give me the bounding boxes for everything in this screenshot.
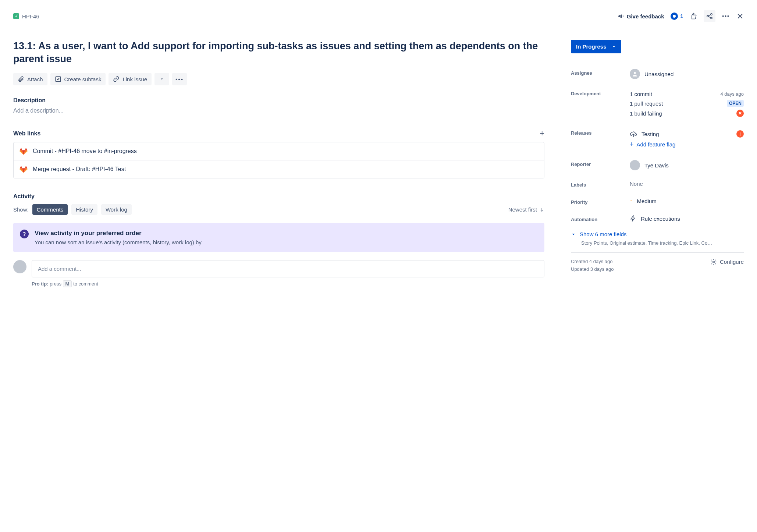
show-more-fields-list: Story Points, Original estimate, Time tr… <box>581 240 743 246</box>
banner-subtitle: You can now sort an issue's activity (co… <box>35 239 202 245</box>
gitlab-icon <box>19 166 28 173</box>
warning-icon: ! <box>736 130 744 138</box>
link-icon <box>113 76 120 82</box>
release-testing-link[interactable]: Testing ! <box>630 129 744 139</box>
timestamps: Created 4 days ago Updated 3 days ago <box>571 259 614 274</box>
error-icon: ✕ <box>736 110 744 117</box>
add-feature-flag-button[interactable]: + Add feature flag <box>630 141 675 148</box>
weblinks-list: Commit - #HPI-46 move to #in-progress Me… <box>13 142 544 178</box>
share-button[interactable] <box>704 10 715 22</box>
like-button[interactable] <box>690 13 697 20</box>
field-priority[interactable]: Priority ↑ Medium <box>571 193 744 210</box>
dots-icon: ••• <box>175 76 184 82</box>
svg-point-5 <box>713 261 715 263</box>
weblink-item[interactable]: Merge request - Draft: #HPI-46 Test <box>14 160 544 178</box>
weblink-item[interactable]: Commit - #HPI-46 move to #in-progress <box>14 142 544 160</box>
sort-button[interactable]: Newest first <box>508 206 544 213</box>
configure-button[interactable]: Configure <box>710 259 744 265</box>
weblinks-label: Web links <box>13 130 40 137</box>
status-button[interactable]: In Progress <box>571 40 621 53</box>
thumbs-up-icon <box>690 13 697 20</box>
description-field[interactable]: Add a description... <box>13 107 544 114</box>
issue-title[interactable]: 13.1: As a user, I want to Add support f… <box>13 40 544 65</box>
field-reporter[interactable]: Reporter Tye Davis <box>571 155 744 175</box>
field-assignee[interactable]: Assignee Unassigned <box>571 64 744 84</box>
link-issue-dropdown[interactable] <box>154 73 169 85</box>
open-badge: OPEN <box>727 100 744 107</box>
lightning-icon <box>630 215 636 222</box>
megaphone-icon <box>617 13 625 20</box>
dev-pr-link[interactable]: 1 pull request OPEN <box>630 99 744 108</box>
attach-icon <box>18 76 24 82</box>
comment-protip: Pro tip: press M to comment <box>32 281 544 287</box>
chevron-down-icon <box>612 45 616 49</box>
field-labels[interactable]: Labels None <box>571 175 744 193</box>
gitlab-icon <box>19 148 28 155</box>
description-label: Description <box>13 97 544 104</box>
create-subtask-button[interactable]: Create subtask <box>50 73 106 85</box>
eye-icon <box>671 13 678 20</box>
attach-button[interactable]: Attach <box>13 73 47 85</box>
add-weblink-button[interactable]: + <box>540 129 544 138</box>
tab-comments[interactable]: Comments <box>32 204 68 215</box>
created-timestamp: Created 4 days ago <box>571 259 614 264</box>
priority-medium-icon: ↑ <box>630 198 633 204</box>
field-releases: Releases Testing ! + Add feature flag <box>571 124 744 155</box>
show-label: Show: <box>13 206 29 213</box>
top-actions: Give feedback 1 ••• <box>617 10 744 22</box>
more-actions-button[interactable]: ••• <box>722 13 730 19</box>
dots-icon: ••• <box>722 13 730 19</box>
issue-key: HPI-46 <box>22 13 39 19</box>
watch-button[interactable]: 1 <box>671 13 683 20</box>
action-row: Attach Create subtask Link issue ••• <box>13 73 544 85</box>
gear-icon <box>710 259 717 265</box>
more-button[interactable]: ••• <box>172 73 187 85</box>
svg-point-4 <box>634 72 636 74</box>
tab-worklog[interactable]: Work log <box>101 204 132 215</box>
close-icon <box>736 13 744 20</box>
activity-order-banner: ? View activity in your preferred order … <box>13 223 544 252</box>
chevron-down-icon <box>160 77 164 81</box>
dev-build-link[interactable]: 1 build failing ✕ <box>630 108 744 118</box>
give-feedback-button[interactable]: Give feedback <box>617 13 664 20</box>
updated-timestamp: Updated 3 days ago <box>571 266 614 272</box>
link-issue-button[interactable]: Link issue <box>109 73 152 85</box>
current-user-avatar <box>13 260 26 273</box>
arrow-down-icon <box>539 207 544 212</box>
banner-title: View activity in your preferred order <box>35 230 202 237</box>
chevron-down-icon <box>571 232 576 237</box>
share-icon <box>706 13 713 20</box>
activity-label: Activity <box>13 193 544 200</box>
cloud-deploy-icon <box>630 130 637 138</box>
close-button[interactable] <box>736 13 744 20</box>
field-automation[interactable]: Automation Rule executions <box>571 210 744 227</box>
subtask-icon <box>55 76 61 82</box>
tab-history[interactable]: History <box>71 204 97 215</box>
show-more-fields-button[interactable]: Show 6 more fields <box>571 231 627 237</box>
comment-input[interactable]: Add a comment... <box>32 260 544 277</box>
info-icon: ? <box>20 230 29 238</box>
reporter-avatar <box>630 160 640 170</box>
field-development: Development 1 commit 4 days ago 1 pull r… <box>571 84 744 124</box>
person-icon <box>630 69 640 79</box>
issue-type-icon <box>13 13 19 19</box>
dev-commit-link[interactable]: 1 commit 4 days ago <box>630 89 744 99</box>
breadcrumb[interactable]: HPI-46 <box>13 13 39 19</box>
